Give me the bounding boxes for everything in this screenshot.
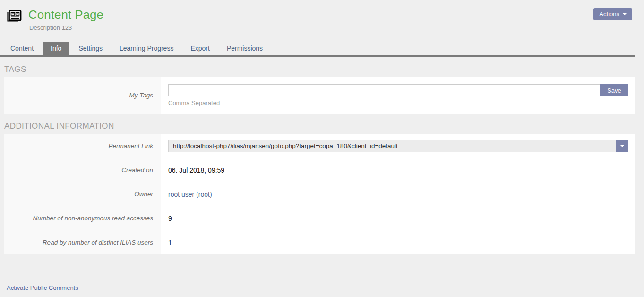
owner-row: Owner root user (root)	[4, 182, 635, 206]
distinct-users-row: Read by number of distinct ILIAS users 1	[4, 230, 635, 254]
owner-link[interactable]: root user (root)	[168, 191, 212, 198]
tags-section-heading: TAGS	[4, 57, 635, 77]
tags-form: My Tags Save Comma Separated	[4, 77, 635, 114]
my-tags-row: My Tags Save Comma Separated	[4, 77, 635, 114]
permalink-label: Permanent Link	[4, 134, 161, 158]
distinct-users-label: Read by number of distinct ILIAS users	[4, 230, 161, 254]
caret-down-icon	[623, 13, 627, 15]
my-tags-hint: Comma Separated	[168, 99, 628, 106]
tab-settings[interactable]: Settings	[71, 42, 110, 55]
tab-bar: Content Info Settings Learning Progress …	[0, 42, 635, 57]
my-tags-input[interactable]	[168, 84, 600, 96]
my-tags-label: My Tags	[4, 77, 161, 114]
permalink-dropdown-button[interactable]	[616, 140, 628, 152]
caret-down-icon	[620, 145, 625, 147]
newspaper-icon	[6, 9, 22, 24]
save-button[interactable]: Save	[600, 84, 628, 96]
additional-info-section-heading: ADDITIONAL INFORMATION	[4, 114, 635, 134]
actions-button-label: Actions	[599, 10, 619, 17]
permalink-input[interactable]	[168, 140, 616, 152]
page-title: Content Page	[28, 8, 644, 22]
created-on-value: 06. Jul 2018, 09:59	[168, 166, 224, 174]
read-accesses-row: Number of non-anonymous read accesses 9	[4, 206, 635, 230]
tab-export[interactable]: Export	[183, 42, 217, 55]
read-accesses-label: Number of non-anonymous read accesses	[4, 206, 161, 230]
activate-public-comments-link[interactable]: Activate Public Comments	[7, 284, 78, 291]
tab-content[interactable]: Content	[3, 42, 41, 55]
tab-info[interactable]: Info	[43, 42, 69, 55]
created-on-label: Created on	[4, 158, 161, 182]
read-accesses-value: 9	[168, 215, 172, 222]
page-header: Content Page Description 123 Actions	[0, 0, 644, 42]
permalink-row: Permanent Link	[4, 134, 635, 158]
actions-button[interactable]: Actions	[593, 8, 632, 20]
tab-permissions[interactable]: Permissions	[219, 42, 270, 55]
distinct-users-value: 1	[168, 239, 172, 246]
additional-info-form: Permanent Link Created on 06. Jul 2018, …	[4, 134, 635, 254]
page-description: Description 123	[28, 24, 644, 31]
tab-learning-progress[interactable]: Learning Progress	[112, 42, 181, 55]
owner-label: Owner	[4, 182, 161, 206]
created-on-row: Created on 06. Jul 2018, 09:59	[4, 158, 635, 182]
